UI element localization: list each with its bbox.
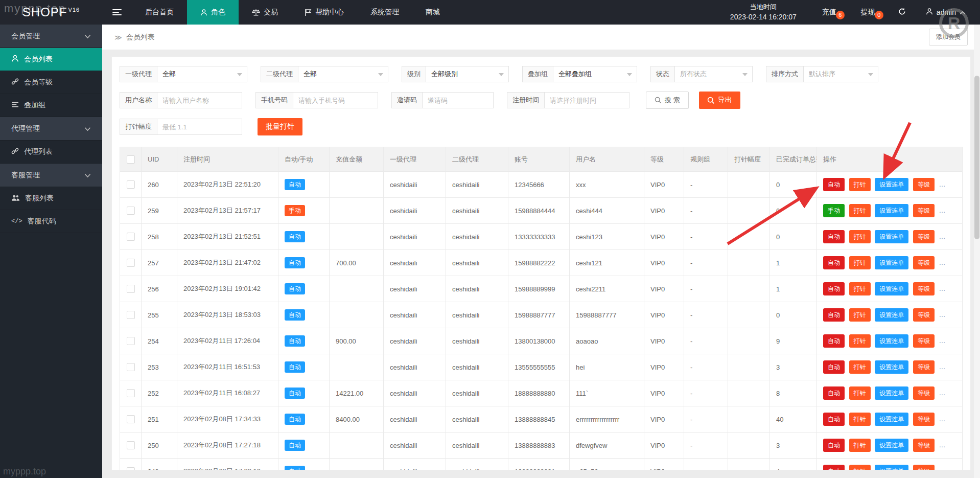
nav-item-system[interactable]: 系统管理 xyxy=(357,0,412,25)
action-level-button[interactable]: 等级 xyxy=(913,334,935,348)
select-all-checkbox[interactable] xyxy=(127,155,135,164)
action-level-button[interactable]: 等级 xyxy=(913,230,935,243)
nav-item-roles[interactable]: 角色 xyxy=(187,0,239,25)
action-more[interactable]: … xyxy=(939,441,947,449)
filter-status-select[interactable]: 状态 所有状态 xyxy=(650,66,753,82)
scrollbar-thumb[interactable] xyxy=(974,76,979,239)
add-member-button[interactable]: 添加会员 xyxy=(929,29,968,45)
action-inject-button[interactable]: 打针 xyxy=(849,282,871,295)
action-level-button[interactable]: 等级 xyxy=(913,439,935,452)
row-checkbox[interactable] xyxy=(127,311,135,319)
action-level-button[interactable]: 等级 xyxy=(913,360,935,374)
row-checkbox[interactable] xyxy=(127,259,135,267)
nav-item-help[interactable]: 帮助中心 xyxy=(291,0,357,25)
batch-inject-button[interactable]: 批量打针 xyxy=(258,118,302,135)
action-mode-button[interactable]: 自动 xyxy=(823,413,845,426)
action-more[interactable]: … xyxy=(939,285,947,292)
action-more[interactable]: … xyxy=(939,337,947,345)
sidebar-item-agent-list[interactable]: 代理列表 xyxy=(0,141,102,164)
action-inject-button[interactable]: 打针 xyxy=(849,386,871,400)
action-chain-button[interactable]: 设置连单 xyxy=(875,386,908,400)
page-scrollbar[interactable] xyxy=(974,25,980,478)
action-chain-button[interactable]: 设置连单 xyxy=(875,413,908,426)
filter-agent2-select[interactable]: 二级代理 全部 xyxy=(261,66,388,82)
action-level-button[interactable]: 等级 xyxy=(913,413,935,426)
action-mode-button[interactable]: 自动 xyxy=(823,256,845,269)
action-mode-button[interactable]: 自动 xyxy=(823,230,845,243)
action-inject-button[interactable]: 打针 xyxy=(849,256,871,269)
filter-stack-select[interactable]: 叠加组 全部叠加组 xyxy=(522,66,637,82)
action-chain-button[interactable]: 设置连单 xyxy=(875,308,908,322)
row-checkbox[interactable] xyxy=(127,337,135,345)
sidebar-item-member-list[interactable]: 会员列表 xyxy=(0,48,102,71)
nav-item-mall[interactable]: 商城 xyxy=(412,0,453,25)
action-more[interactable]: … xyxy=(939,389,947,397)
action-more[interactable]: … xyxy=(939,207,947,214)
action-mode-button[interactable]: 自动 xyxy=(823,308,845,322)
refresh-button[interactable] xyxy=(888,7,917,18)
sidebar-item-member-level[interactable]: 会员等级 xyxy=(0,71,102,94)
action-level-button[interactable]: 等级 xyxy=(913,465,935,470)
action-chain-button[interactable]: 设置连单 xyxy=(875,230,908,243)
action-mode-button[interactable]: 自动 xyxy=(823,439,845,452)
action-more[interactable]: … xyxy=(939,259,947,266)
row-checkbox[interactable] xyxy=(127,415,135,423)
export-button[interactable]: 导出 xyxy=(699,92,740,109)
user-menu[interactable]: admin xyxy=(917,8,980,17)
action-chain-button[interactable]: 设置连单 xyxy=(875,439,908,452)
action-mode-button[interactable]: 自动 xyxy=(823,386,845,400)
sidebar-item-stack-group[interactable]: 叠加组 xyxy=(0,94,102,117)
action-more[interactable]: … xyxy=(939,467,947,470)
action-mode-button[interactable]: 自动 xyxy=(823,360,845,374)
inject-range-input[interactable] xyxy=(157,119,242,134)
register-time-input[interactable] xyxy=(545,93,629,108)
action-level-button[interactable]: 等级 xyxy=(913,256,935,269)
action-level-button[interactable]: 等级 xyxy=(913,204,935,217)
withdraw-menu[interactable]: 提现 0 xyxy=(849,8,888,17)
row-checkbox[interactable] xyxy=(127,180,135,189)
filter-agent1-select[interactable]: 一级代理 全部 xyxy=(120,66,247,82)
nav-item-home[interactable]: 后台首页 xyxy=(132,0,187,25)
action-inject-button[interactable]: 打针 xyxy=(849,178,871,191)
row-checkbox[interactable] xyxy=(127,363,135,371)
search-button[interactable]: 搜 索 xyxy=(646,92,689,109)
action-mode-button[interactable]: 手动 xyxy=(823,204,845,217)
action-inject-button[interactable]: 打针 xyxy=(849,204,871,217)
action-chain-button[interactable]: 设置连单 xyxy=(875,256,908,269)
action-more[interactable]: … xyxy=(939,233,947,240)
nav-item-trade[interactable]: 交易 xyxy=(239,0,291,25)
menu-toggle-button[interactable] xyxy=(102,0,132,25)
action-inject-button[interactable]: 打针 xyxy=(849,334,871,348)
action-more[interactable]: … xyxy=(939,415,947,423)
row-checkbox[interactable] xyxy=(127,233,135,241)
action-chain-button[interactable]: 设置连单 xyxy=(875,334,908,348)
row-checkbox[interactable] xyxy=(127,441,135,449)
action-level-button[interactable]: 等级 xyxy=(913,308,935,322)
action-inject-button[interactable]: 打针 xyxy=(849,230,871,243)
action-inject-button[interactable]: 打针 xyxy=(849,439,871,452)
action-chain-button[interactable]: 设置连单 xyxy=(875,360,908,374)
action-inject-button[interactable]: 打针 xyxy=(849,465,871,470)
sidebar-group-agent[interactable]: 代理管理 xyxy=(0,117,102,141)
row-checkbox[interactable] xyxy=(127,207,135,215)
action-more[interactable]: … xyxy=(939,311,947,318)
filter-level-select[interactable]: 级别 全部级别 xyxy=(402,66,509,82)
sidebar-item-service-list[interactable]: 客服列表 xyxy=(0,187,102,210)
action-mode-button[interactable]: 自动 xyxy=(823,334,845,348)
action-level-button[interactable]: 等级 xyxy=(913,178,935,191)
filter-sort-select[interactable]: 排序方式 默认排序 xyxy=(766,66,878,82)
action-mode-button[interactable]: 自动 xyxy=(823,282,845,295)
action-mode-button[interactable]: 自动 xyxy=(823,178,845,191)
action-inject-button[interactable]: 打针 xyxy=(849,413,871,426)
action-chain-button[interactable]: 设置连单 xyxy=(875,282,908,295)
row-checkbox[interactable] xyxy=(127,389,135,397)
action-more[interactable]: … xyxy=(939,363,947,371)
action-level-button[interactable]: 等级 xyxy=(913,386,935,400)
recharge-menu[interactable]: 充值 6 xyxy=(810,8,849,17)
row-checkbox[interactable] xyxy=(127,467,135,470)
action-chain-button[interactable]: 设置连单 xyxy=(875,465,908,470)
username-input[interactable] xyxy=(157,93,242,108)
action-chain-button[interactable]: 设置连单 xyxy=(875,204,908,217)
action-more[interactable]: … xyxy=(939,180,947,188)
action-inject-button[interactable]: 打针 xyxy=(849,360,871,374)
